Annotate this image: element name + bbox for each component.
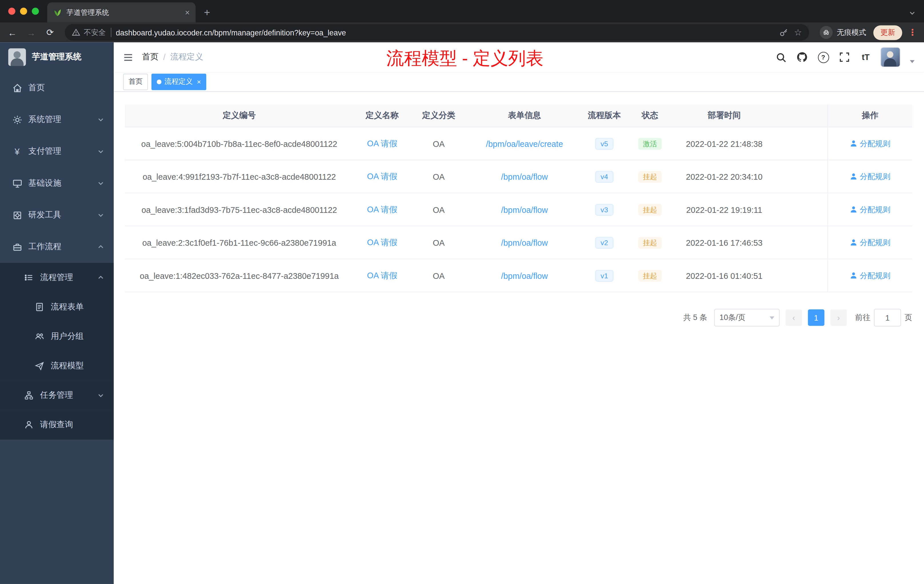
form-link[interactable]: /bpm/oa/leave/create: [486, 139, 563, 148]
url-text: dashboard.yudao.iocoder.cn/bpm/manager/d…: [116, 28, 774, 37]
sidebar-logo[interactable]: 芋道管理系统: [0, 43, 114, 72]
assign-rule-link[interactable]: 分配规则: [850, 270, 890, 281]
sidebar-item-process-manage[interactable]: 流程管理: [0, 263, 114, 292]
tag-process-definition[interactable]: 流程定义 ×: [152, 73, 206, 90]
definition-name-link[interactable]: OA 请假: [367, 237, 398, 248]
sidebar-item-label: 基础设施: [28, 178, 91, 188]
sidebar-item-user-group[interactable]: 用户分组: [0, 322, 114, 351]
update-label: 更新: [880, 27, 895, 38]
sidebar-item-system[interactable]: 系统管理: [0, 104, 114, 135]
definition-name-link[interactable]: OA 请假: [367, 270, 398, 281]
reload-button[interactable]: ⟳: [43, 25, 58, 40]
table-row: oa_leave:4:991f2193-7b7f-11ec-a3c8-acde4…: [125, 160, 912, 193]
tab-close-icon[interactable]: ×: [185, 8, 190, 17]
sidebar-item-process-model[interactable]: 流程模型: [0, 351, 114, 381]
security-chip[interactable]: 不安全: [72, 27, 106, 38]
definition-name-link[interactable]: OA 请假: [367, 171, 398, 182]
active-dot: [157, 79, 162, 84]
breadcrumb-separator: /: [163, 53, 165, 62]
incognito-icon: [820, 26, 833, 39]
version-badge: v1: [595, 270, 613, 281]
browser-toolbar: ← → ⟳ 不安全 dashboard.yudao.iocoder.cn/bpm…: [0, 22, 924, 42]
assign-rule-link[interactable]: 分配规则: [850, 171, 890, 182]
table-row: oa_leave:3:1fad3d93-7b75-11ec-a3c8-acde4…: [125, 193, 912, 226]
goto-label: 前往: [855, 312, 871, 323]
tab-search-icon[interactable]: [909, 10, 916, 16]
sidebar-item-label: 首页: [28, 82, 104, 93]
fullscreen-icon[interactable]: [838, 51, 851, 63]
deploy-time: 2022-01-16 17:46:53: [673, 226, 775, 259]
assign-rule-label: 分配规则: [860, 204, 890, 215]
tags-view: 首页 流程定义 ×: [114, 72, 924, 92]
sidebar-item-dev-tools[interactable]: 研发工具: [0, 199, 114, 231]
definition-category: OA: [411, 226, 467, 259]
address-bar[interactable]: 不安全 dashboard.yudao.iocoder.cn/bpm/manag…: [65, 24, 809, 41]
browser-tab[interactable]: 芋道管理系统 ×: [47, 2, 196, 22]
chevron-down-icon: [97, 211, 104, 219]
assign-rule-link[interactable]: 分配规则: [850, 138, 890, 149]
sidebar: 芋道管理系统 首页 系统管理 ¥: [0, 43, 114, 584]
minimize-window-button[interactable]: [20, 8, 27, 15]
sidebar-menu: 首页 系统管理 ¥ 支付管理: [0, 72, 114, 584]
page-size-select[interactable]: 10条/页: [714, 309, 780, 327]
page-size-value: 10条/页: [719, 312, 746, 323]
question-icon[interactable]: ?: [817, 51, 830, 63]
screen: 芋道管理系统 × + ← → ⟳ 不安全 dashboard.yudao.ioc…: [0, 0, 924, 584]
form-link[interactable]: /bpm/oa/flow: [501, 271, 548, 280]
new-tab-button[interactable]: +: [204, 7, 210, 19]
tag-home[interactable]: 首页: [123, 73, 148, 90]
current-page-button[interactable]: 1: [808, 309, 825, 326]
warning-icon: [72, 28, 80, 36]
bookmark-star-icon[interactable]: ☆: [794, 27, 802, 38]
form-link[interactable]: /bpm/oa/flow: [501, 238, 548, 247]
sidebar-item-workflow[interactable]: 工作流程: [0, 231, 114, 263]
breadcrumb-home[interactable]: 首页: [142, 52, 158, 63]
chevron-up-icon: [97, 274, 104, 281]
next-page-button[interactable]: ›: [830, 309, 847, 326]
definition-name-link[interactable]: OA 请假: [367, 204, 398, 215]
prev-page-button[interactable]: ‹: [785, 309, 802, 326]
browser-menu-icon[interactable]: ⋮: [906, 27, 919, 38]
hamburger-icon[interactable]: [114, 43, 142, 72]
sidebar-item-home[interactable]: 首页: [0, 72, 114, 104]
table-row: oa_leave:5:004b710b-7b8a-11ec-8ef0-acde4…: [125, 127, 912, 160]
avatar[interactable]: [880, 47, 900, 67]
incognito-label: 无痕模式: [837, 27, 866, 38]
process-model-icon: [34, 361, 45, 371]
sidebar-item-leave-query[interactable]: 请假查询: [0, 410, 114, 440]
goto-page-input[interactable]: [874, 309, 901, 327]
font-size-icon[interactable]: tT: [859, 51, 872, 63]
github-icon[interactable]: [795, 51, 808, 63]
tag-label: 首页: [129, 77, 143, 87]
sidebar-item-payment[interactable]: ¥ 支付管理: [0, 135, 114, 167]
navbar: 首页 / 流程定义 流程模型 - 定义列表 ? tT: [114, 43, 924, 72]
update-button[interactable]: 更新: [873, 25, 902, 40]
definition-category: OA: [411, 193, 467, 226]
column-header: 定义编号: [125, 104, 353, 127]
breadcrumb: 首页 / 流程定义: [142, 52, 203, 63]
form-link[interactable]: /bpm/oa/flow: [501, 172, 548, 181]
tab-title: 芋道管理系统: [66, 7, 180, 17]
infrastructure-icon: [12, 178, 22, 188]
tag-close-icon[interactable]: ×: [197, 78, 201, 86]
caret-down-icon[interactable]: [910, 60, 915, 63]
assign-rule-label: 分配规则: [860, 237, 890, 248]
sidebar-item-task-manage[interactable]: 任务管理: [0, 381, 114, 410]
form-link[interactable]: /bpm/oa/flow: [501, 205, 548, 214]
back-button[interactable]: ←: [5, 25, 20, 40]
key-icon[interactable]: [779, 28, 788, 37]
definition-name-link[interactable]: OA 请假: [367, 138, 398, 149]
assign-rule-link[interactable]: 分配规则: [850, 237, 890, 248]
sidebar-item-process-form[interactable]: 流程表单: [0, 292, 114, 322]
person-icon: [850, 272, 858, 279]
definition-category: OA: [411, 160, 467, 193]
sidebar-item-label: 请假查询: [40, 420, 104, 430]
status-badge: 挂起: [638, 204, 662, 215]
assign-rule-link[interactable]: 分配规则: [850, 204, 890, 215]
search-icon[interactable]: [774, 51, 787, 63]
zoom-window-button[interactable]: [32, 8, 39, 15]
close-window-button[interactable]: [8, 8, 15, 15]
definition-id: oa_leave:1:482ec033-762a-11ec-8477-a2380…: [125, 259, 353, 292]
sidebar-item-infrastructure[interactable]: 基础设施: [0, 167, 114, 199]
forward-button[interactable]: →: [24, 25, 39, 40]
